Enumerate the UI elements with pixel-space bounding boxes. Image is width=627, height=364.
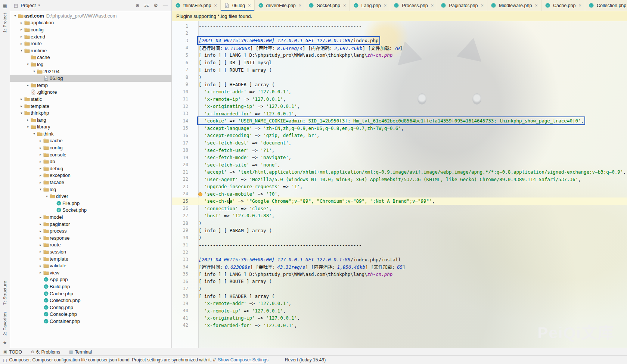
chevron-collapsed-icon[interactable]: ▸ [38,229,43,233]
tab-close-icon[interactable]: × [481,3,484,8]
chevron-expanded-icon[interactable]: ▾ [25,62,31,66]
stripe-button-structure[interactable]: 7: Structure [3,281,7,305]
tree-item-console[interactable]: ▸console [10,151,171,158]
line-number[interactable]: 34 [172,264,199,270]
tree-item-console.php[interactable]: cConsole.php [10,311,171,318]
tree-item-file.php[interactable]: cFile.php [10,200,171,207]
tab-close-icon[interactable]: × [535,3,538,8]
tree-item-build.php[interactable]: cBuild.php [10,283,171,290]
chevron-collapsed-icon[interactable]: ▸ [19,21,24,25]
plugin-notification-banner[interactable]: Plugins supporting *.log files found. [172,11,627,21]
stripe-button-favorites[interactable]: 2: Favorites [3,311,7,336]
tree-item-.gitignore[interactable]: .gitignore [10,89,171,96]
chevron-expanded-icon[interactable]: ▾ [38,187,43,191]
chevron-expanded-icon[interactable]: ▾ [12,14,18,18]
line-number[interactable]: 22 [172,177,199,182]
editor-line-38[interactable]: 38[ info ] [ HEADER ] array ( [172,292,627,300]
chevron-collapsed-icon[interactable]: ▸ [38,236,43,240]
tree-item-paginator[interactable]: ▸paginator [10,221,171,228]
tree-item-template[interactable]: ▸template [10,255,171,262]
tree-item-route[interactable]: ▸route [10,242,171,249]
line-number[interactable]: 1 [172,24,199,29]
chevron-collapsed-icon[interactable]: ▸ [25,83,31,87]
project-view-selector[interactable]: Project [21,3,35,8]
tree-item-facade[interactable]: ▸facade [10,179,171,186]
line-number[interactable]: 6 [172,60,199,65]
editor-line-8[interactable]: 8) [172,74,627,81]
tab-process.php[interactable]: cProcess.php× [390,0,437,11]
tree-item-config.php[interactable]: cConfig.php [10,304,171,311]
hide-panel-icon[interactable]: — [163,3,168,8]
line-number[interactable]: 31 [172,242,199,248]
chevron-expanded-icon[interactable]: ▾ [19,111,24,115]
tree-item-exception[interactable]: ▸exception [10,172,171,179]
tool-button-todo[interactable]: ▣ TODO [3,349,22,355]
chevron-collapsed-icon[interactable]: ▸ [38,174,43,177]
editor-line-34[interactable]: 34[运行时间：0.023088s] [吞吐率：43.31req/s] [内存消… [172,263,627,271]
tab-driver-file.php[interactable]: cdriver\File.php× [255,0,305,11]
tree-item-response[interactable]: ▸response [10,234,171,242]
revert-link[interactable]: Revert (today 15:49) [285,357,326,363]
line-number[interactable]: 13 [172,111,199,116]
editor-line-29[interactable]: 29[ info ] [ PARAM ] array ( [172,227,627,234]
tab-close-icon[interactable]: × [384,3,387,8]
line-number[interactable]: 39 [172,301,199,306]
chevron-collapsed-icon[interactable]: ▸ [38,160,43,164]
tool-button-terminal[interactable]: ▥ Terminal [69,349,92,355]
tree-item-view[interactable]: ▸view [10,269,171,276]
editor-line-20[interactable]: 20 'sec-fetch-site' => 'none', [172,161,627,168]
line-number[interactable]: 24 [172,191,199,196]
chevron-expanded-icon[interactable]: ▾ [44,195,50,198]
editor-line-19[interactable]: 19 'sec-fetch-mode' => 'navigate', [172,154,627,161]
editor-line-3[interactable]: 3[2021-04-06T15:39:50+08:00] 127.0.0.1 G… [172,37,627,44]
chevron-collapsed-icon[interactable]: ▸ [19,42,24,46]
editor-line-27[interactable]: 27 'host' => '127.0.0.1:88', [172,212,627,220]
line-number[interactable]: 5 [172,53,199,58]
line-number[interactable]: 38 [172,293,199,299]
line-number[interactable]: 41 [172,315,199,321]
editor-line-11[interactable]: 11 'x-remote-ip' => '127.0.0.1', [172,95,627,103]
chevron-collapsed-icon[interactable]: ▸ [38,264,43,268]
line-number[interactable]: 2 [172,31,199,36]
favorites-star-icon[interactable]: ★ [3,340,7,345]
tab-cache.php[interactable]: cCache.php× [541,0,585,11]
tree-item-template[interactable]: ▸template [10,103,171,110]
line-number[interactable]: 29 [172,228,199,233]
editor-line-36[interactable]: 36[ info ] [ ROUTE ] array ( [172,278,627,285]
line-number[interactable]: 16 [172,133,199,138]
chevron-expanded-icon[interactable]: ▾ [31,132,37,136]
show-composer-settings-link[interactable]: Show Composer Settings [218,357,268,363]
tab-close-icon[interactable]: × [343,3,346,8]
line-number[interactable]: 40 [172,308,199,313]
tree-item-model[interactable]: ▸model [10,214,171,221]
line-number[interactable]: 10 [172,89,199,94]
tab-close-icon[interactable]: × [248,3,251,8]
log-editor[interactable]: 1---------------------------------------… [172,21,627,348]
tree-item-config[interactable]: ▸config [10,26,171,33]
line-number[interactable]: 36 [172,279,199,284]
line-number[interactable]: 35 [172,271,199,277]
line-number[interactable]: 9 [172,82,199,87]
editor-line-7[interactable]: 7[ info ] [ ROUTE ] array ( [172,66,627,74]
line-number[interactable]: 11 [172,96,199,102]
tool-button-problems[interactable]: ⊘ 6: Problems [31,349,60,355]
line-number[interactable]: 26 [172,206,199,211]
line-number[interactable]: 8 [172,75,199,80]
line-number[interactable]: 21 [172,169,199,175]
tree-item-extend[interactable]: ▸extend [10,33,171,40]
tree-item-socket.php[interactable]: cSocket.php [10,207,171,214]
bookmark-icon[interactable] [198,192,202,196]
editor-line-2[interactable]: 2 [172,30,627,37]
tree-item-library[interactable]: ▾library [10,124,171,131]
editor-line-22[interactable]: 22 'user-agent' => 'Mozilla/5.0 (Windows… [172,175,627,183]
editor-line-37[interactable]: 37) [172,285,627,293]
editor-line-30[interactable]: 30) [172,234,627,242]
locate-file-icon[interactable]: ⊕ [136,3,140,8]
tree-item-temp[interactable]: ▸temp [10,82,171,89]
tree-item-lang[interactable]: ▸lang [10,116,171,124]
editor-line-15[interactable]: 15 'accept-language' => 'zh-CN,zh;q=0.9,… [172,125,627,132]
chevron-collapsed-icon[interactable]: ▸ [19,104,24,108]
tree-item-config[interactable]: ▸config [10,144,171,151]
tab-close-icon[interactable]: × [299,3,302,8]
editor-line-4[interactable]: 4[运行时间：0.115806s] [吞吐率：8.64req/s] [内存消耗：… [172,44,627,52]
